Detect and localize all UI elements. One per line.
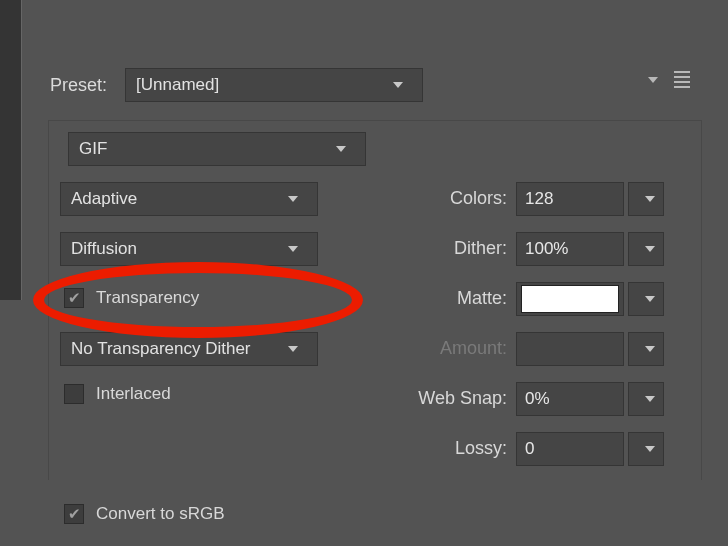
color-reduction-dropdown[interactable]: Adaptive [60, 182, 318, 216]
interlaced-label: Interlaced [96, 384, 171, 404]
lossy-stepper[interactable] [628, 432, 664, 466]
panel-divider-left [0, 0, 22, 300]
convert-srgb-checkbox[interactable] [64, 504, 84, 524]
chevron-down-icon [279, 246, 307, 252]
transparency-dither-dropdown[interactable]: No Transparency Dither [60, 332, 318, 366]
matte-stepper[interactable] [628, 282, 664, 316]
color-reduction-value: Adaptive [71, 189, 137, 209]
convert-srgb-row[interactable]: Convert to sRGB [64, 504, 225, 524]
preset-value: [Unnamed] [136, 75, 219, 95]
preset-dropdown[interactable]: [Unnamed] [125, 68, 423, 102]
amount-label: Amount: [392, 338, 507, 359]
colors-stepper[interactable] [628, 182, 664, 216]
preset-actions [648, 71, 690, 88]
preset-row: Preset: [Unnamed] [50, 68, 423, 102]
colors-input[interactable] [516, 182, 624, 216]
amount-stepper [628, 332, 664, 366]
chevron-down-icon [279, 196, 307, 202]
chevron-down-icon [637, 346, 663, 352]
convert-srgb-label: Convert to sRGB [96, 504, 225, 524]
interlaced-checkbox[interactable] [64, 384, 84, 404]
amount-input [516, 332, 624, 366]
preset-label: Preset: [50, 75, 107, 96]
dither-input[interactable] [516, 232, 624, 266]
websnap-stepper[interactable] [628, 382, 664, 416]
matte-swatch-container[interactable] [516, 282, 624, 316]
transparency-checkbox[interactable] [64, 288, 84, 308]
dropdown-icon[interactable] [648, 77, 658, 83]
matte-label: Matte: [392, 288, 507, 309]
lossy-input[interactable] [516, 432, 624, 466]
format-value: GIF [79, 139, 107, 159]
matte-color-swatch[interactable] [521, 285, 619, 313]
dither-algo-value: Diffusion [71, 239, 137, 259]
dither-stepper[interactable] [628, 232, 664, 266]
chevron-down-icon [637, 446, 663, 452]
dither-label: Dither: [392, 238, 507, 259]
chevron-down-icon [327, 146, 355, 152]
chevron-down-icon [279, 346, 307, 352]
transparency-dither-value: No Transparency Dither [71, 339, 251, 359]
dither-algo-dropdown[interactable]: Diffusion [60, 232, 318, 266]
interlaced-checkbox-row[interactable]: Interlaced [64, 384, 171, 404]
chevron-down-icon [637, 246, 663, 252]
format-dropdown[interactable]: GIF [68, 132, 366, 166]
menu-icon[interactable] [674, 71, 690, 88]
colors-label: Colors: [392, 188, 507, 209]
chevron-down-icon [384, 82, 412, 88]
transparency-checkbox-row[interactable]: Transparency [64, 288, 199, 308]
transparency-label: Transparency [96, 288, 199, 308]
websnap-label: Web Snap: [392, 388, 507, 409]
websnap-input[interactable] [516, 382, 624, 416]
lossy-label: Lossy: [392, 438, 507, 459]
chevron-down-icon [637, 196, 663, 202]
chevron-down-icon [637, 396, 663, 402]
chevron-down-icon [637, 296, 663, 302]
